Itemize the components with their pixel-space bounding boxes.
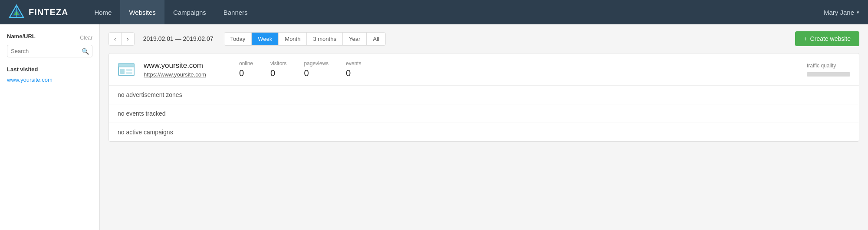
svg-rect-5 xyxy=(118,63,134,67)
nav-links: Home Websites Campaigns Banners xyxy=(85,0,824,24)
search-input[interactable] xyxy=(7,45,92,57)
info-row-events: no events tracked xyxy=(109,104,859,123)
period-tabs: Today Week Month 3 months Year All xyxy=(224,32,386,46)
traffic-quality-bar xyxy=(807,72,850,77)
period-all[interactable]: All xyxy=(367,33,385,45)
date-range-display: 2019.02.01 — 2019.02.07 xyxy=(138,35,219,42)
period-week[interactable]: Week xyxy=(252,33,279,45)
pageviews-value: 0 xyxy=(304,68,309,78)
last-visited-link[interactable]: www.yoursite.com xyxy=(7,77,53,83)
traffic-quality-col: traffic quality xyxy=(807,63,850,77)
prev-period-button[interactable]: ‹ xyxy=(109,33,122,45)
nav-home[interactable]: Home xyxy=(85,0,120,24)
events-label: events xyxy=(346,60,361,67)
traffic-quality-label: traffic quality xyxy=(807,63,836,69)
online-value: 0 xyxy=(239,68,244,78)
user-menu[interactable]: Mary Jane ▾ xyxy=(824,9,859,16)
date-nav-arrows: ‹ › xyxy=(108,32,135,46)
visitors-label: visitors xyxy=(270,60,286,67)
chevron-down-icon: ▾ xyxy=(857,10,859,15)
site-info: www.yoursite.com https://www.yoursite.co… xyxy=(144,61,222,78)
stats-row: online 0 visitors 0 pageviews 0 events 0 xyxy=(239,60,798,78)
next-period-button[interactable]: › xyxy=(122,33,134,45)
last-visited-label: Last visited xyxy=(7,66,92,73)
stat-events: events 0 xyxy=(346,60,361,78)
clear-filter-link[interactable]: Clear xyxy=(80,35,92,41)
site-url[interactable]: https://www.yoursite.com xyxy=(144,71,222,78)
info-row-ads: no advertisement zones xyxy=(109,86,859,104)
filter-label: Name/URL xyxy=(7,33,36,40)
top-navigation: FINTEZA Home Websites Campaigns Banners … xyxy=(0,0,868,24)
nav-websites[interactable]: Websites xyxy=(120,0,164,24)
period-today[interactable]: Today xyxy=(224,33,252,45)
website-card: www.yoursite.com https://www.yoursite.co… xyxy=(108,53,859,142)
create-plus-icon: + xyxy=(804,35,807,42)
search-button[interactable]: 🔍 xyxy=(82,48,89,55)
info-row-campaigns: no active campaigns xyxy=(109,123,859,141)
logo: FINTEZA xyxy=(9,4,68,20)
main-layout: Name/URL Clear 🔍 Last visited www.yoursi… xyxy=(0,24,868,230)
logo-icon xyxy=(9,4,24,20)
nav-campaigns[interactable]: Campaigns xyxy=(164,0,215,24)
nav-banners[interactable]: Banners xyxy=(215,0,256,24)
period-month[interactable]: Month xyxy=(279,33,307,45)
stat-visitors: visitors 0 xyxy=(270,60,286,78)
content-area: ‹ › 2019.02.01 — 2019.02.07 Today Week M… xyxy=(100,24,868,230)
pageviews-label: pageviews xyxy=(304,60,329,67)
visitors-value: 0 xyxy=(270,68,275,78)
events-value: 0 xyxy=(346,68,351,78)
svg-rect-8 xyxy=(126,69,132,71)
site-icon xyxy=(118,61,135,78)
user-name: Mary Jane xyxy=(824,9,854,16)
svg-rect-7 xyxy=(120,69,125,74)
online-label: online xyxy=(239,60,253,67)
logo-text: FINTEZA xyxy=(29,7,68,17)
period-year[interactable]: Year xyxy=(343,33,367,45)
website-main-row: www.yoursite.com https://www.yoursite.co… xyxy=(109,53,859,86)
create-btn-label: Create website xyxy=(810,35,851,42)
period-3months[interactable]: 3 months xyxy=(307,33,342,45)
toolbar: ‹ › 2019.02.01 — 2019.02.07 Today Week M… xyxy=(108,31,859,46)
search-wrapper: 🔍 xyxy=(7,45,92,57)
sidebar-filter-header: Name/URL Clear xyxy=(7,33,92,42)
stat-pageviews: pageviews 0 xyxy=(304,60,329,78)
sidebar: Name/URL Clear 🔍 Last visited www.yoursi… xyxy=(0,24,100,230)
create-website-button[interactable]: + Create website xyxy=(795,31,859,46)
site-name: www.yoursite.com xyxy=(144,61,222,70)
svg-rect-9 xyxy=(126,72,132,74)
stat-online: online 0 xyxy=(239,60,253,78)
